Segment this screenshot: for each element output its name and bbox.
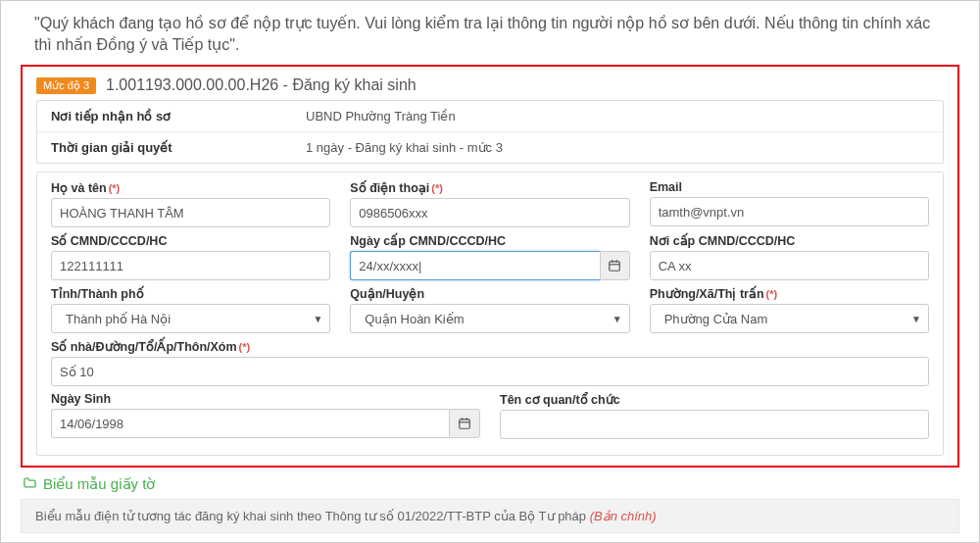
required-marker: (*)	[431, 182, 443, 194]
highlighted-procedure-box: Mức độ 3 1.001193.000.00.00.H26 - Đăng k…	[21, 65, 959, 468]
birth-input[interactable]	[51, 409, 449, 438]
applicant-form: Họ và tên(*) Số điện thoại(*) Email	[36, 172, 944, 456]
required-marker: (*)	[766, 288, 778, 300]
id-date-input[interactable]	[350, 251, 600, 280]
document-template-row[interactable]: Biểu mẫu điện tử tương tác đăng ký khai …	[21, 499, 959, 533]
receiver-label: Nơi tiếp nhận hồ sơ	[51, 109, 306, 123]
fullname-input[interactable]	[51, 198, 330, 227]
email-input[interactable]	[650, 197, 929, 226]
procedure-title: 1.001193.000.00.00.H26 - Đăng ký khai si…	[106, 76, 416, 94]
idno-label: Số CMND/CCCD/HC	[51, 233, 330, 248]
idno-input[interactable]	[51, 251, 330, 280]
intro-text: "Quý khách đang tạo hồ sơ để nộp trực tu…	[34, 13, 946, 55]
address-label: Số nhà/Đường/Tổ/Ấp/Thôn/Xóm(*)	[51, 339, 929, 354]
document-template-text: Biểu mẫu điện tử tương tác đăng ký khai …	[35, 509, 586, 523]
org-input[interactable]	[500, 410, 929, 439]
ward-select[interactable]	[650, 304, 929, 333]
svg-rect-4	[460, 420, 470, 428]
required-marker: (*)	[109, 182, 121, 194]
phone-input[interactable]	[350, 198, 629, 227]
procedure-info-box: Nơi tiếp nhận hồ sơ UBND Phường Tràng Ti…	[36, 100, 944, 164]
fullname-label: Họ và tên(*)	[51, 180, 330, 195]
svg-rect-0	[610, 262, 620, 271]
level-badge: Mức độ 3	[36, 77, 96, 94]
document-main-tag: (Bản chính)	[590, 509, 657, 523]
folder-icon	[23, 475, 37, 493]
id-place-label: Nơi cấp CMND/CCCD/HC	[650, 233, 929, 248]
id-date-label: Ngày cấp CMND/CCCD/HC	[350, 233, 629, 248]
calendar-icon[interactable]	[600, 251, 629, 280]
district-select[interactable]	[350, 304, 629, 333]
calendar-icon[interactable]	[449, 409, 480, 438]
province-select[interactable]	[51, 304, 330, 333]
email-label: Email	[650, 180, 929, 194]
org-label: Tên cơ quan/tổ chức	[500, 392, 929, 407]
receiver-value: UBND Phường Tràng Tiền	[306, 109, 929, 123]
address-input[interactable]	[51, 357, 929, 386]
birth-label: Ngày Sinh	[51, 392, 480, 406]
phone-label: Số điện thoại(*)	[350, 180, 629, 195]
province-label: Tỉnh/Thành phố	[51, 286, 330, 301]
resolve-time-label: Thời gian giải quyết	[51, 140, 306, 155]
ward-label: Phường/Xã/Thị trấn(*)	[650, 286, 929, 301]
required-marker: (*)	[239, 341, 251, 353]
documents-section-title: Biểu mẫu giấy tờ	[23, 475, 957, 493]
id-place-input[interactable]	[650, 251, 929, 280]
resolve-time-value: 1 ngày - Đăng ký khai sinh - mức 3	[306, 140, 929, 155]
district-label: Quận/Huyện	[350, 286, 629, 301]
